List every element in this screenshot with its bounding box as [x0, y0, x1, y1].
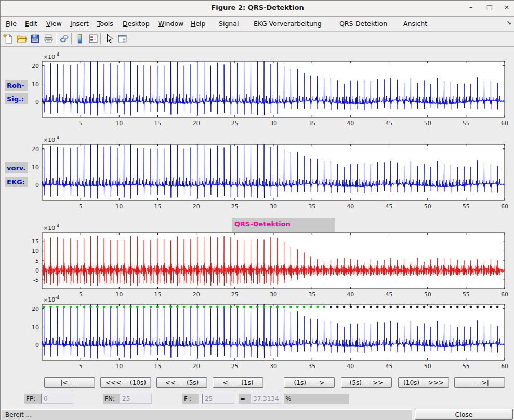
nav-forward-10s-button[interactable]: (10s) --->>> — [398, 377, 449, 388]
svg-text:40: 40 — [347, 363, 354, 370]
status-strip: Bereit ... — [2, 409, 412, 420]
svg-text:45: 45 — [386, 120, 393, 127]
svg-text:40: 40 — [347, 120, 354, 127]
menu-item-ansicht[interactable]: Ansicht — [403, 20, 427, 28]
svg-text:30: 30 — [270, 120, 277, 127]
svg-text:20: 20 — [193, 363, 200, 370]
menu-item-view[interactable]: View — [46, 20, 62, 28]
print-icon[interactable] — [43, 33, 54, 44]
status-bar: Bereit ... Close — [1, 409, 514, 420]
status-text: Bereit ... — [2, 410, 412, 418]
vorv-ekg-plot: 5101520253035404550556001020×10-4 — [16, 136, 512, 214]
svg-text:10: 10 — [32, 324, 39, 331]
close-window-icon[interactable]: × — [500, 3, 513, 13]
svg-text:15: 15 — [154, 363, 162, 370]
menu-item-help[interactable]: Help — [191, 20, 206, 28]
svg-text:60: 60 — [501, 363, 508, 370]
maximize-icon[interactable]: □ — [483, 3, 496, 13]
svg-text:10: 10 — [32, 248, 39, 254]
nav-back-10s-button[interactable]: <<<--- (10s) — [100, 377, 151, 388]
new-document-icon[interactable] — [3, 33, 14, 44]
title-bar[interactable]: Figure 2: QRS-Detektion – □ × — [1, 1, 514, 17]
svg-text:50: 50 — [424, 363, 431, 370]
nav-back-1s-button[interactable]: <----- (1s) — [213, 377, 263, 388]
svg-text:35: 35 — [308, 363, 315, 370]
menu-item-edit[interactable]: Edit — [25, 20, 37, 28]
percent-label: % — [284, 394, 349, 404]
svg-text:10: 10 — [115, 363, 123, 370]
detektion-ekg-plot: 5101520253035404550556001020×10-4 — [16, 295, 512, 374]
svg-text:60: 60 — [501, 203, 508, 210]
svg-text:25: 25 — [231, 120, 239, 127]
svg-text:×10-4: ×10-4 — [43, 224, 59, 232]
minimize-icon[interactable]: – — [464, 3, 478, 13]
menu-item-desktop[interactable]: Desktop — [123, 20, 150, 28]
svg-text:45: 45 — [386, 363, 393, 370]
svg-text:55: 55 — [463, 120, 470, 127]
save-icon[interactable] — [30, 33, 41, 44]
svg-text:40: 40 — [347, 203, 354, 210]
figure-window: Figure 2: QRS-Detektion – □ × ↘ FileEdit… — [0, 0, 514, 420]
svg-text:-5: -5 — [33, 277, 39, 283]
svg-text:30: 30 — [270, 363, 277, 370]
equals-label: = — [239, 394, 251, 404]
svg-text:0: 0 — [35, 267, 39, 274]
svg-text:20: 20 — [32, 63, 39, 70]
svg-text:35: 35 — [308, 120, 315, 127]
toolbar-separator — [100, 33, 101, 44]
svg-text:25: 25 — [231, 203, 239, 210]
svg-text:35: 35 — [308, 203, 315, 210]
svg-text:10: 10 — [32, 164, 39, 171]
svg-text:50: 50 — [424, 203, 431, 210]
svg-text:25: 25 — [231, 363, 239, 370]
menu-bar: ↘ FileEditViewInsertToolsDesktopWindowHe… — [1, 17, 514, 32]
toolbar-separator — [56, 33, 57, 44]
svg-text:5: 5 — [79, 203, 83, 210]
menu-item-qrs-detektion[interactable]: QRS-Detektion — [339, 20, 387, 28]
open-folder-icon[interactable] — [16, 33, 27, 44]
svg-text:20: 20 — [32, 146, 39, 153]
svg-text:×10-4: ×10-4 — [43, 52, 59, 60]
nav-forward-5s-button[interactable]: (5s) ---->> — [341, 377, 392, 388]
menu-item-signal[interactable]: Signal — [219, 20, 239, 28]
svg-text:×10-4: ×10-4 — [43, 295, 59, 303]
svg-text:20: 20 — [193, 203, 200, 210]
svg-text:10: 10 — [115, 120, 123, 127]
fn-label: FN: — [103, 394, 120, 404]
svg-text:0: 0 — [35, 342, 39, 348]
menu-overflow-icon[interactable]: ↘ — [507, 20, 511, 26]
property-editor-icon[interactable] — [117, 33, 128, 44]
menu-item-file[interactable]: File — [6, 20, 17, 28]
svg-text:5: 5 — [79, 120, 83, 127]
svg-text:10: 10 — [115, 203, 123, 210]
svg-text:55: 55 — [463, 203, 470, 210]
menu-item-window[interactable]: Window — [158, 20, 183, 28]
window-title: Figure 2: QRS-Detektion — [1, 4, 514, 11]
fp-input[interactable] — [41, 394, 73, 404]
toolbar-separator — [71, 33, 72, 44]
svg-text:5: 5 — [35, 258, 39, 264]
svg-text:×10-4: ×10-4 — [43, 136, 59, 143]
close-button[interactable]: Close — [415, 409, 513, 420]
menu-item-tools[interactable]: Tools — [97, 20, 113, 28]
f-input[interactable] — [202, 394, 234, 404]
qrs-detektion-plot: 51015202530354045505560-5051015×10-4 — [16, 224, 512, 303]
svg-text:15: 15 — [154, 120, 162, 127]
insert-legend-icon[interactable] — [88, 33, 99, 44]
svg-text:60: 60 — [501, 120, 508, 127]
svg-text:20: 20 — [193, 120, 200, 127]
menu-item-ekg-vorverarbeitung[interactable]: EKG-Vorverarbeitung — [254, 20, 322, 28]
link-plots-icon[interactable] — [59, 33, 70, 44]
nav-forward-1s-button[interactable]: (1s) -----> — [284, 377, 335, 388]
nav-back-5s-button[interactable]: <<---- (5s) — [156, 377, 207, 388]
pointer-icon[interactable] — [103, 33, 114, 44]
svg-text:10: 10 — [32, 81, 39, 88]
svg-text:20: 20 — [32, 306, 39, 313]
fn-input[interactable] — [120, 394, 152, 404]
nav-begin-button[interactable]: |<----- — [44, 377, 95, 388]
result-input[interactable] — [251, 394, 281, 404]
nav-end-button[interactable]: ----->| — [454, 377, 505, 388]
insert-colorbar-icon[interactable] — [74, 33, 85, 44]
menu-item-insert[interactable]: Insert — [70, 20, 89, 28]
roh-signal-plot: 5101520253035404550556001020×10-4 — [16, 52, 512, 131]
